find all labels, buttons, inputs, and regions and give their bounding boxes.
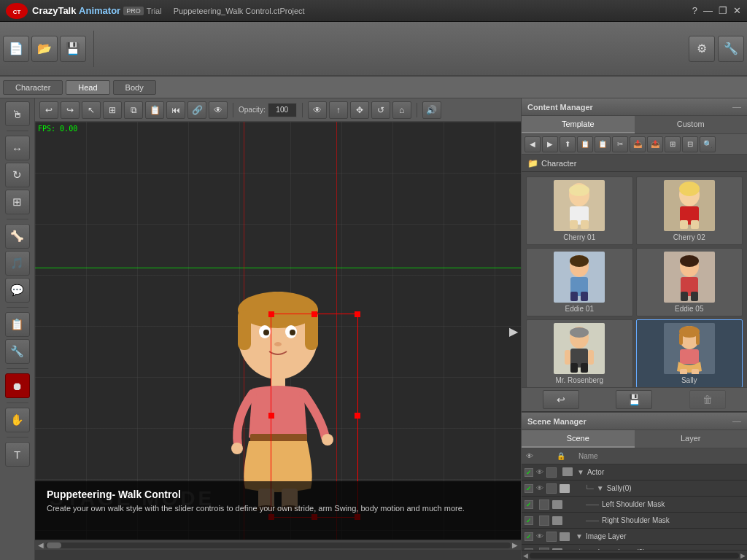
rsm-checkbox[interactable]	[525, 516, 533, 525]
panel-arrow[interactable]: ▶	[509, 324, 518, 338]
audio-button[interactable]: 🔊	[422, 101, 441, 119]
folder-expand-il[interactable]: ▼	[573, 532, 583, 540]
ct-btn-1[interactable]: ◀	[525, 136, 541, 152]
scene-manager-close[interactable]: —	[732, 416, 741, 427]
scene-tabs: Scene Layer	[522, 430, 747, 448]
paste-button[interactable]: 📋	[145, 101, 164, 119]
ct-btn-7[interactable]: 📥	[630, 136, 646, 152]
transform-button[interactable]: ⊞	[103, 101, 122, 119]
sally-eye[interactable]: 👁	[536, 484, 543, 492]
folder-expand-sally[interactable]: └─	[573, 484, 594, 492]
minimize-button[interactable]: —	[703, 5, 713, 16]
sally-lock[interactable]	[546, 483, 557, 494]
char-item-sally[interactable]: Sally	[636, 319, 743, 387]
canvas-area[interactable]: FPS: 0.00	[35, 122, 521, 540]
il-checkbox[interactable]	[525, 532, 533, 541]
ct-btn-6[interactable]: ✂	[612, 136, 628, 152]
lsm-lock[interactable]	[539, 499, 549, 510]
rsm-lock[interactable]	[539, 516, 549, 526]
record-button[interactable]: ⏺	[5, 373, 30, 398]
close-button[interactable]: ✕	[733, 5, 741, 16]
scene-scroll-track[interactable]	[530, 553, 739, 559]
delete-char-button[interactable]: 🗑	[689, 390, 726, 409]
content-manager-close[interactable]: —	[732, 102, 741, 112]
bubble-tool[interactable]: 💬	[5, 278, 30, 303]
prop-tool[interactable]: 🔧	[5, 339, 30, 364]
pan-button[interactable]: ✥	[350, 101, 369, 119]
scroll-left-btn[interactable]: ◀	[36, 541, 45, 549]
script-tool[interactable]: 📋	[5, 312, 30, 337]
il-lock[interactable]	[546, 532, 557, 542]
open-button[interactable]: 📂	[31, 36, 58, 62]
layer-row-sally[interactable]: 👁 └─ ▼ Sally(0)	[522, 481, 747, 497]
custom-tab[interactable]: Custom	[635, 116, 748, 133]
scroll-track[interactable]	[45, 542, 511, 548]
char-item-cherry01[interactable]: Cherry 01	[526, 176, 633, 245]
up-button[interactable]: ↑	[329, 101, 348, 119]
layer-row-lsm[interactable]: —— Left Shoulder Mask	[522, 497, 747, 513]
select-tool[interactable]: 🖱	[5, 101, 30, 126]
opacity-input[interactable]	[268, 103, 297, 117]
sub-tab-character[interactable]: Character	[3, 80, 63, 95]
puppet-tool[interactable]: ✋	[5, 408, 30, 432]
settings-button[interactable]: ⚙	[689, 36, 715, 62]
layer-row-actor[interactable]: 👁 ▼ Actor	[522, 464, 747, 481]
ct-btn-8[interactable]: 📤	[647, 136, 663, 152]
preferences-button[interactable]: 🔧	[718, 36, 744, 62]
home-button[interactable]: ⌂	[392, 101, 411, 119]
scale-tool[interactable]: ⊞	[5, 190, 30, 214]
ct-btn-10[interactable]: ⊟	[682, 136, 698, 152]
layer-row-rsm[interactable]: —— Right Shoulder Mask	[522, 513, 747, 529]
actor-checkbox[interactable]	[525, 468, 533, 477]
music-tool[interactable]: 🎵	[5, 251, 30, 276]
help-button[interactable]: ?	[692, 5, 697, 16]
scene-scroll-left[interactable]: ◀	[523, 552, 528, 559]
ct-btn-3[interactable]: ⬆	[560, 136, 576, 152]
undo-button[interactable]: ↩	[39, 101, 58, 119]
folder-expand-sally-icon[interactable]: ▼	[597, 484, 604, 492]
scroll-right-btn[interactable]: ▶	[511, 541, 519, 549]
eye-button[interactable]: 👁	[209, 101, 228, 119]
sally-checkbox[interactable]	[525, 484, 533, 493]
svg-point-14	[322, 434, 333, 446]
new-button[interactable]: 📄	[3, 36, 29, 62]
scroll-thumb[interactable]	[47, 542, 61, 548]
sub-tab-head[interactable]: Head	[66, 80, 109, 95]
select-button[interactable]: ↖	[82, 101, 101, 119]
ct-btn-4[interactable]: 📋	[577, 136, 593, 152]
template-tab[interactable]: Template	[522, 116, 635, 133]
layer-tab[interactable]: Layer	[635, 430, 748, 448]
bone-tool[interactable]: 🦴	[5, 224, 30, 249]
preview-button[interactable]: 👁	[308, 101, 327, 119]
char-item-cherry02[interactable]: Cherry 02	[636, 176, 743, 245]
il-eye[interactable]: 👁	[536, 532, 543, 540]
redo-button[interactable]: ↪	[61, 101, 80, 119]
char-item-eddie05[interactable]: Eddie 05	[636, 248, 743, 316]
link-button[interactable]: 🔗	[187, 101, 206, 119]
loop-button[interactable]: ↺	[371, 101, 390, 119]
rotate-tool[interactable]: ↻	[5, 163, 30, 187]
layer-row-imagelayer[interactable]: 👁 ▼ Image Layer	[522, 529, 747, 545]
lsm-checkbox[interactable]	[525, 500, 533, 509]
layer-row-imagelayer0[interactable]: └—— ImageLayer(0)	[522, 545, 747, 550]
maximize-button[interactable]: ❐	[719, 5, 727, 16]
folder-expand-actor[interactable]: ▼	[577, 468, 584, 476]
save-button[interactable]: 💾	[60, 36, 86, 62]
scene-tab[interactable]: Scene	[522, 430, 635, 448]
sub-tab-body[interactable]: Body	[113, 80, 156, 95]
apply-button[interactable]: ↩	[543, 390, 579, 409]
ct-btn-2[interactable]: ▶	[542, 136, 558, 152]
char-item-rosenberg[interactable]: Mr. Rosenberg	[526, 319, 633, 387]
move-tool[interactable]: ↔	[5, 136, 30, 160]
text-tool[interactable]: T	[5, 442, 30, 467]
actor-eye[interactable]: 👁	[536, 468, 543, 476]
char-item-eddie01[interactable]: Eddie 01	[526, 248, 633, 316]
reset-button[interactable]: ⏮	[166, 101, 185, 119]
copy-button[interactable]: ⧉	[124, 101, 143, 119]
scene-scroll-right[interactable]: ▶	[740, 552, 746, 559]
save-char-button[interactable]: 💾	[616, 390, 652, 409]
ct-btn-11[interactable]: 🔍	[700, 136, 716, 152]
ct-btn-5[interactable]: 📋	[595, 136, 611, 152]
actor-lock[interactable]	[546, 467, 557, 478]
ct-btn-9[interactable]: ⊞	[665, 136, 681, 152]
